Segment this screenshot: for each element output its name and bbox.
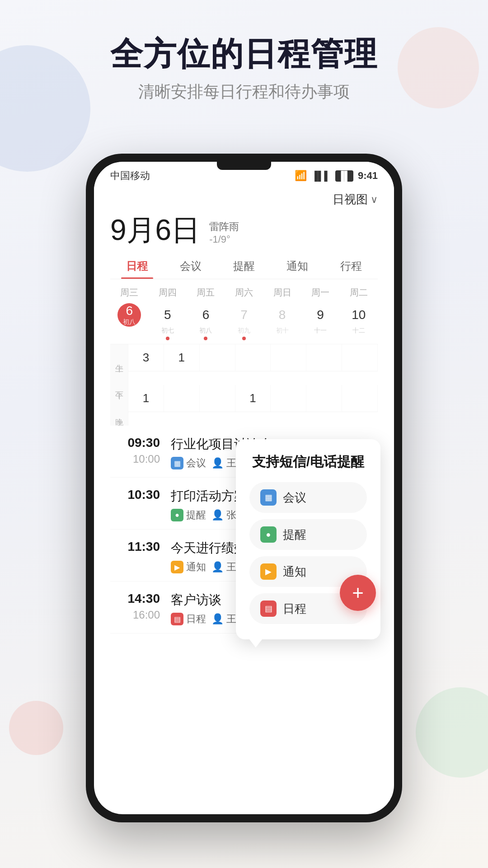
schedule-icon: ▤ [260,601,277,617]
event-start-time-2: 10:30 [110,488,160,502]
wifi-icon: 📶 [295,170,307,182]
week-date-6[interactable]: 6初八 [110,303,149,340]
tab-notification[interactable]: 通知 [271,252,324,279]
tooltip-title: 支持短信/电话提醒 [249,453,367,471]
event-time-1: 09:30 10:00 [110,436,160,465]
event-dot-6b [204,337,207,340]
tab-meeting[interactable]: 会议 [164,252,217,279]
period-afternoon: 下午 [110,371,128,399]
event-time-2: 10:30 [110,488,160,502]
date-number-5: 5 [156,303,179,327]
schedule-numbers: 3 1 1 1 [128,344,378,426]
tooltip-notification-label: 通知 [283,564,306,580]
person-icon-2: 👤 [211,509,224,521]
event-start-time-4: 14:30 [110,591,160,606]
view-selector[interactable]: 日视图 ∨ [110,186,378,211]
tooltip-btn-reminder[interactable]: ● 提醒 [249,519,367,550]
date-number-6: 6初八 [117,303,141,327]
carrier-label: 中国移动 [110,169,150,183]
chevron-down-icon: ∨ [371,194,378,206]
week-calendar: 周三 周四 周五 周六 周日 周一 周二 6初八 [110,279,378,344]
sched-cell-2-1: 1 [128,385,164,412]
tooltip-btn-meeting[interactable]: ▦ 会议 [249,482,367,513]
date-info: 雷阵雨 -1/9° [209,216,239,245]
tag-label-schedule: 日程 [186,612,206,626]
sched-cell-1-4 [235,344,271,371]
time-display: 9:41 [358,170,378,182]
weekday-sat: 周六 [225,286,263,299]
phone-notch [217,162,271,170]
weekday-sun: 周日 [263,286,301,299]
signal-icon: ▐▌▌ [311,171,331,181]
tag-label-meeting: 会议 [186,456,206,470]
date-number-8: 8 [271,303,294,327]
add-fab-button[interactable]: + [340,575,376,611]
period-morning: 上午 [110,344,128,371]
weather-label: 雷阵雨 [209,220,239,234]
event-dot-5 [166,337,169,340]
notification-icon: ▶ [260,563,277,580]
sched-cell-2-3 [200,385,235,412]
bg-decoration-red [9,701,63,755]
sched-cell-2-7 [342,385,378,412]
tag-icon-schedule: ▤ [171,613,183,625]
week-date-7[interactable]: 7 初九 [225,303,263,340]
battery-icon: ▐▌ [335,170,353,182]
time-periods: 上午 下午 晚上 [110,344,128,426]
weekday-tue: 周二 [339,286,378,299]
tab-schedule[interactable]: 日程 [110,252,164,279]
week-days-header: 周三 周四 周五 周六 周日 周一 周二 [110,286,378,299]
weekday-thu: 周四 [149,286,187,299]
period-evening: 晚上 [110,399,128,426]
event-start-time-1: 09:30 [110,436,160,450]
sched-cell-1-7 [342,344,378,371]
tag-label-notification: 通知 [186,560,206,574]
tab-reminder[interactable]: 提醒 [217,252,271,279]
week-date-5[interactable]: 5 初七 [149,303,187,340]
tooltip-meeting-label: 会议 [283,490,306,506]
week-date-9[interactable]: 9 十一 [301,303,340,340]
view-selector-label: 日视图 [333,192,368,207]
event-tag-meeting-1: ▦ 会议 [171,456,206,470]
tooltip-reminder-label: 提醒 [283,527,306,543]
tag-icon-notification: ▶ [171,561,183,573]
reminder-icon: ● [260,526,277,543]
date-number-9: 9 [309,303,332,327]
date-header: 9月6日 雷阵雨 -1/9° [110,211,378,247]
phone-outer: 中国移动 📶 ▐▌▌ ▐▌ 9:41 日视图 ∨ [86,154,402,822]
weekday-mon: 周一 [301,286,340,299]
header-section: 全方位的日程管理 清晰安排每日行程和待办事项 [0,36,488,103]
tag-label-reminder: 提醒 [186,508,206,522]
person-icon-1: 👤 [211,457,224,469]
week-date-8[interactable]: 8 初十 [263,303,301,340]
view-selector-button[interactable]: 日视图 ∨ [333,192,378,207]
weekday-wed: 周三 [110,286,149,299]
sched-cell-2-4: 1 [235,385,271,412]
bg-decoration-green [416,687,488,778]
event-time-4: 14:30 16:00 [110,591,160,621]
week-date-6b[interactable]: 6 初八 [187,303,225,340]
week-dates: 6初八 5 初七 6 初八 [110,303,378,340]
page-title: 全方位的日程管理 [0,36,488,72]
schedule-grid: 上午 下午 晚上 3 1 1 [110,344,378,426]
event-end-time-1: 10:00 [110,453,160,465]
sched-cell-1-1: 3 [128,344,164,371]
sched-cell-1-6 [306,344,342,371]
sched-cell-2-5 [271,385,306,412]
week-date-10[interactable]: 10 十二 [339,303,378,340]
page-subtitle: 清晰安排每日行程和待办事项 [0,81,488,103]
phone-screen: 中国移动 📶 ▐▌▌ ▐▌ 9:41 日视图 ∨ [94,162,394,814]
app-content: 日视图 ∨ 9月6日 雷阵雨 -1/9° 日程 会议 提醒 [94,186,394,426]
event-start-time-3: 11:30 [110,540,160,554]
tag-icon-reminder: ● [171,509,183,521]
status-icons: 📶 ▐▌▌ ▐▌ 9:41 [295,170,378,182]
event-end-time-4: 16:00 [110,609,160,621]
tab-itinerary[interactable]: 行程 [324,252,378,279]
event-time-3: 11:30 [110,540,160,554]
events-section: 支持短信/电话提醒 ▦ 会议 ● 提醒 ▶ 通知 ▤ [94,426,394,633]
date-number-10: 10 [347,303,371,327]
meeting-icon: ▦ [260,489,277,506]
phone-mockup: 中国移动 📶 ▐▌▌ ▐▌ 9:41 日视图 ∨ [86,154,402,822]
sched-cell-1-2: 1 [164,344,200,371]
tag-icon-meeting: ▦ [171,457,183,469]
